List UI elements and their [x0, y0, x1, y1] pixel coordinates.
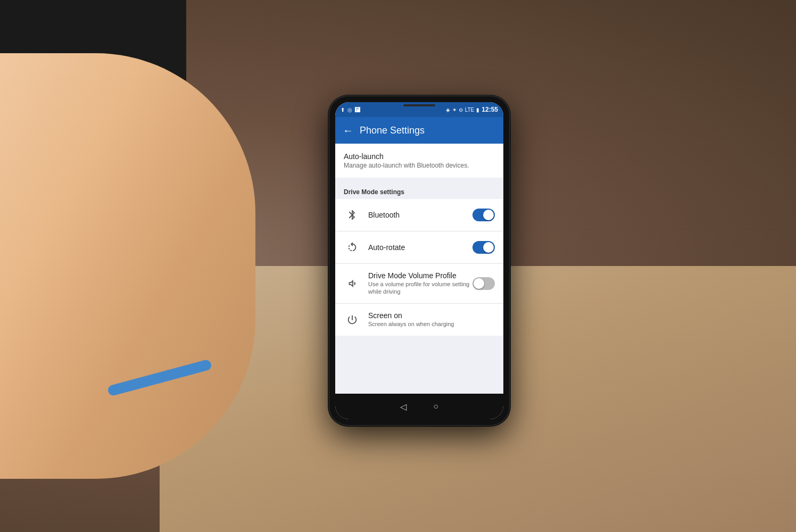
- bluetooth-toggle-thumb: [483, 210, 494, 220]
- volume-profile-text: Drive Mode Volume Profile Use a volume p…: [368, 271, 472, 296]
- hand: [0, 53, 255, 479]
- bluetooth-text: Bluetooth: [368, 211, 472, 220]
- lte-icon: LTE: [465, 107, 475, 113]
- power-icon: [344, 311, 361, 328]
- bluetooth-name: Bluetooth: [368, 211, 472, 219]
- auto-rotate-toggle-thumb: [483, 242, 494, 253]
- back-button[interactable]: ←: [343, 124, 353, 137]
- nav-bar: ◁ ○: [335, 394, 503, 419]
- nav-icon: ⬆: [341, 107, 345, 113]
- drive-icon: ◎: [347, 107, 352, 113]
- setting-item-bluetooth[interactable]: Bluetooth: [335, 199, 503, 231]
- drive-mode-section-label: Drive Mode settings: [335, 182, 503, 199]
- status-time: 12:55: [482, 106, 498, 113]
- location-icon: ◈: [446, 107, 450, 113]
- volume-profile-toggle-thumb: [474, 278, 484, 289]
- auto-rotate-icon: [344, 239, 361, 256]
- volume-profile-desc: Use a volume profile for volume setting …: [368, 280, 472, 296]
- auto-launch-title: Auto-launch: [344, 152, 495, 161]
- bluetooth-status-icon: ✶: [452, 107, 457, 113]
- phone-wrapper: ⬆ ◎ 🅿 ◈ ✶ ⊖ LTE ▮ 12:55 ← Phone Settings: [329, 96, 510, 426]
- screen-on-name: Screen on: [368, 311, 495, 320]
- auto-rotate-text: Auto-rotate: [368, 243, 472, 252]
- screen-on-desc: Screen always on when charging: [368, 320, 495, 328]
- setting-item-screen-on[interactable]: Screen on Screen always on when charging: [335, 304, 503, 336]
- content-area: Auto-launch Manage auto-launch with Blue…: [335, 144, 503, 394]
- auto-launch-subtitle: Manage auto-launch with Bluetooth device…: [344, 162, 495, 169]
- battery-icon: ▮: [476, 107, 479, 113]
- bluetooth-toggle[interactable]: [472, 209, 495, 221]
- phone: ⬆ ◎ 🅿 ◈ ✶ ⊖ LTE ▮ 12:55 ← Phone Settings: [329, 96, 510, 426]
- status-right-icons: ◈ ✶ ⊖ LTE ▮ 12:55: [446, 106, 498, 113]
- volume-icon: [344, 275, 361, 292]
- phone-screen: ⬆ ◎ 🅿 ◈ ✶ ⊖ LTE ▮ 12:55 ← Phone Settings: [335, 102, 503, 419]
- auto-launch-section[interactable]: Auto-launch Manage auto-launch with Blue…: [335, 144, 503, 178]
- bluetooth-icon: [344, 206, 361, 223]
- volume-profile-toggle[interactable]: [472, 277, 495, 290]
- signal-icon: ⊖: [459, 107, 463, 113]
- setting-item-volume-profile[interactable]: Drive Mode Volume Profile Use a volume p…: [335, 264, 503, 304]
- home-nav-button[interactable]: ○: [433, 402, 438, 411]
- app-bar: ← Phone Settings: [335, 117, 503, 144]
- setting-item-auto-rotate[interactable]: Auto-rotate: [335, 231, 503, 264]
- status-bar: ⬆ ◎ 🅿 ◈ ✶ ⊖ LTE ▮ 12:55: [335, 102, 503, 117]
- parking-icon: 🅿: [355, 107, 360, 113]
- status-left-icons: ⬆ ◎ 🅿: [341, 107, 360, 113]
- settings-list: Bluetooth Au: [335, 199, 503, 336]
- app-bar-title: Phone Settings: [360, 125, 496, 136]
- auto-rotate-name: Auto-rotate: [368, 243, 472, 252]
- volume-profile-name: Drive Mode Volume Profile: [368, 271, 472, 280]
- screen-on-text: Screen on Screen always on when charging: [368, 311, 495, 328]
- back-nav-button[interactable]: ◁: [400, 402, 407, 412]
- auto-rotate-toggle[interactable]: [472, 241, 495, 254]
